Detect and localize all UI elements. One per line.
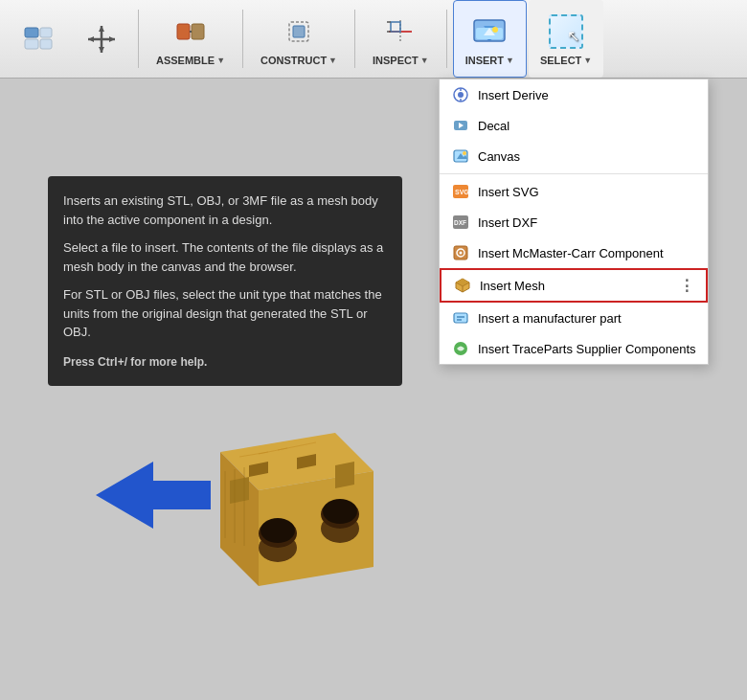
inspect-chevron: ▼ [420, 56, 429, 65]
assemble-chevron: ▼ [216, 56, 225, 65]
menu-item-insert-manufacturer[interactable]: Insert a manufacturer part [440, 303, 708, 333]
divider-2 [242, 10, 243, 68]
construct-label: CONSTRUCT ▼ [260, 55, 337, 66]
menu-label-insert-traceparts: Insert TraceParts Supplier Components [478, 342, 696, 356]
move-tool-button[interactable] [8, 0, 69, 78]
divider-3 [354, 10, 355, 68]
menu-item-insert-mcmaster[interactable]: Insert McMaster-Carr Component [440, 237, 708, 268]
menu-label-canvas: Canvas [478, 149, 520, 164]
crosshair-icon [82, 20, 121, 58]
svg-point-25 [492, 27, 498, 33]
menu-label-insert-dxf: Insert DXF [478, 215, 537, 230]
help-panel: Inserts an existing STL, OBJ, or 3MF fil… [48, 176, 402, 386]
assemble-label: ASSEMBLE ▼ [156, 55, 225, 66]
svg-rect-10 [177, 24, 190, 39]
svg-rect-0 [25, 28, 38, 37]
svg-point-61 [460, 252, 463, 255]
svg-rect-11 [192, 24, 204, 39]
help-footer: Press Ctrl+/ for more help. [63, 353, 387, 371]
mesh-object [220, 433, 374, 586]
arrow-graphic [96, 462, 211, 529]
svg-rect-1 [25, 39, 38, 49]
svg-rect-2 [40, 28, 52, 37]
inspect-icon [381, 12, 419, 51]
svg-marker-26 [96, 462, 211, 529]
help-description-3: For STL or OBJ files, select the unit ty… [63, 285, 387, 342]
svg-marker-30 [230, 477, 249, 504]
assemble-button[interactable]: ASSEMBLE ▼ [145, 0, 237, 78]
select-chevron: ▼ [583, 56, 592, 65]
menu-label-insert-derive: Insert Derive [478, 88, 549, 102]
svg-rect-3 [40, 39, 52, 49]
select-button[interactable]: ↖ SELECT ▼ [529, 0, 603, 78]
menu-item-insert-mesh[interactable]: Insert Mesh ⋮ [440, 268, 708, 303]
menu-item-insert-derive[interactable]: Insert Derive [440, 79, 708, 110]
select-icon: ↖ [547, 12, 585, 51]
insert-label: INSERT ▼ [465, 55, 514, 66]
svg-marker-8 [88, 36, 94, 42]
manufacturer-icon [451, 308, 470, 327]
svg-rect-67 [454, 313, 467, 323]
decal-icon [451, 116, 470, 135]
insert-icon [470, 12, 509, 51]
svg-point-47 [458, 92, 464, 98]
derive-icon [451, 85, 470, 104]
menu-item-decal[interactable]: Decal [440, 110, 708, 141]
help-description-1: Inserts an existing STL, OBJ, or 3MF fil… [63, 192, 387, 229]
divider-1 [138, 10, 139, 68]
construct-chevron: ▼ [328, 56, 337, 65]
assemble-icon [171, 12, 210, 51]
menu-label-insert-svg: Insert SVG [478, 185, 539, 199]
insert-chevron: ▼ [506, 56, 514, 65]
select-label: SELECT ▼ [540, 55, 592, 66]
move-icon [19, 20, 57, 58]
svg-point-34 [260, 518, 295, 543]
svg-icon: SVG [451, 182, 470, 201]
divider-4 [446, 10, 447, 68]
svg-point-54 [463, 151, 466, 155]
menu-label-insert-mcmaster: Insert McMaster-Carr Component [478, 246, 664, 260]
construct-icon [280, 12, 318, 51]
menu-item-insert-dxf[interactable]: DXF Insert DXF [440, 207, 708, 237]
menu-item-insert-traceparts[interactable]: Insert TraceParts Supplier Components [440, 333, 708, 364]
menu-label-insert-manufacturer: Insert a manufacturer part [478, 311, 622, 326]
svg-text:DXF: DXF [454, 219, 466, 226]
toolbar: ASSEMBLE ▼ CONSTRUCT ▼ [0, 0, 747, 79]
svg-marker-6 [99, 26, 104, 32]
inspect-button[interactable]: INSPECT ▼ [361, 0, 441, 78]
menu-divider-1 [440, 173, 708, 174]
svg-rect-14 [293, 26, 305, 37]
menu-label-insert-mesh: Insert Mesh [480, 279, 545, 293]
mesh-preview [57, 385, 402, 653]
inspect-label: INSPECT ▼ [373, 55, 429, 66]
canvas-icon [451, 147, 470, 166]
more-options-button[interactable]: ⋮ [679, 277, 694, 295]
mcmaster-icon [451, 243, 470, 262]
svg-point-37 [323, 499, 357, 524]
menu-label-decal: Decal [478, 119, 509, 133]
svg-marker-9 [109, 36, 115, 42]
menu-item-insert-svg[interactable]: SVG Insert SVG [440, 176, 708, 207]
svg-marker-31 [335, 462, 354, 488]
dxf-icon: DXF [451, 213, 470, 232]
traceparts-icon [451, 339, 470, 358]
insert-button[interactable]: INSERT ▼ [453, 0, 527, 78]
svg-rect-17 [391, 22, 400, 32]
construct-button[interactable]: CONSTRUCT ▼ [249, 0, 349, 78]
mesh-icon [453, 276, 472, 295]
help-description-2: Select a file to insert. The contents of… [63, 238, 387, 276]
svg-text:SVG: SVG [455, 189, 469, 195]
svg-marker-7 [99, 47, 104, 53]
menu-item-canvas[interactable]: Canvas [440, 141, 708, 171]
insert-dropdown-menu: Insert Derive Decal Canvas SVG [439, 79, 709, 365]
move-crosshair-button[interactable] [71, 0, 132, 78]
